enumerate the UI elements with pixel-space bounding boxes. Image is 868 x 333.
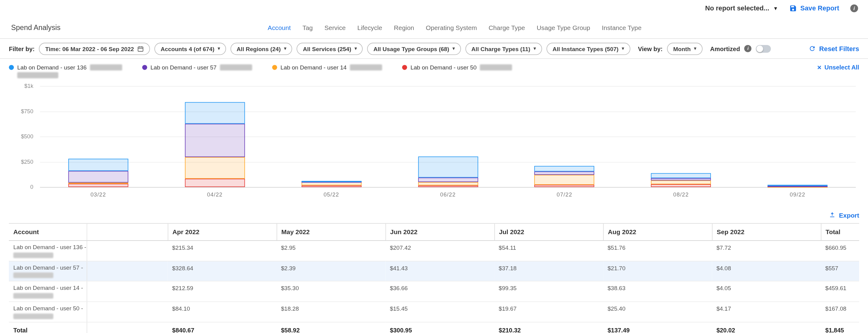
legend-label: Lab on Demand - user 136: [17, 64, 87, 71]
filter-pill-all-services-254[interactable]: All Services (254)▾: [297, 42, 363, 55]
filter-pill-all-usage-type-groups-68[interactable]: All Usage Type Groups (68)▾: [367, 42, 461, 55]
legend-item-lab-on-demand-user-136[interactable]: Lab on Demand - user 136: [9, 64, 122, 78]
filter-pill-all-regions-24[interactable]: All Regions (24)▾: [230, 42, 292, 55]
redacted-text: [480, 64, 512, 70]
tab-tag[interactable]: Tag: [302, 24, 313, 31]
legend-dot-icon: [9, 65, 14, 69]
bar-segment-lab-on-demand-user-136[interactable]: [651, 173, 711, 178]
reset-filters-label: Reset Filters: [819, 45, 860, 52]
bar-segment-lab-on-demand-user-50[interactable]: [651, 185, 711, 187]
filter-pill-accounts-4-of-674[interactable]: Accounts 4 (of 674)▾: [154, 42, 226, 55]
total-value-cell: $300.95: [385, 322, 494, 333]
amortized-toggle[interactable]: [756, 45, 771, 52]
bar-segment-lab-on-demand-user-14[interactable]: [68, 182, 128, 184]
page-title: Spend Analysis: [11, 23, 60, 32]
spacer-cell: [87, 261, 168, 281]
value-cell: $207.42: [385, 240, 494, 261]
close-icon: ✕: [817, 64, 822, 70]
value-cell: $4.05: [712, 281, 821, 301]
topbar: No report selected... ▼ Save Report i: [0, 0, 868, 16]
bar-segment-lab-on-demand-user-14[interactable]: [185, 157, 245, 178]
export-button[interactable]: Export: [829, 211, 859, 219]
table-row: Lab on Demand - user 57 -$328.64$2.39$41…: [9, 261, 859, 281]
legend-line: Lab on Demand - user 57: [142, 64, 252, 71]
chevron-down-icon: ▾: [533, 46, 536, 51]
bar-segment-lab-on-demand-user-136[interactable]: [301, 181, 362, 182]
column-header-jul-2022[interactable]: Jul 2022: [494, 224, 603, 240]
bar-segment-lab-on-demand-user-50[interactable]: [301, 185, 362, 187]
redacted-text: [90, 64, 122, 70]
bar-segment-lab-on-demand-user-57[interactable]: [68, 171, 128, 182]
redacted-text: [220, 64, 252, 70]
bar-segment-lab-on-demand-user-57[interactable]: [534, 171, 594, 175]
bar-segment-lab-on-demand-user-50[interactable]: [418, 186, 478, 187]
column-header-apr-2022[interactable]: Apr 2022: [168, 224, 277, 240]
bar-segment-lab-on-demand-user-136[interactable]: [768, 185, 828, 186]
bar-segment-lab-on-demand-user-50[interactable]: [185, 178, 245, 187]
value-cell: $4.08: [712, 261, 821, 281]
chart-gridline: [40, 136, 856, 137]
column-header-total[interactable]: Total: [821, 224, 859, 240]
value-cell: $21.70: [603, 261, 712, 281]
export-label: Export: [839, 212, 859, 219]
legend-row: Lab on Demand - user 136Lab on Demand - …: [0, 59, 868, 79]
bar-segment-lab-on-demand-user-50[interactable]: [68, 184, 128, 187]
column-header-jun-2022[interactable]: Jun 2022: [385, 224, 494, 240]
legend-item-lab-on-demand-user-50[interactable]: Lab on Demand - user 50: [402, 64, 512, 71]
bar-segment-lab-on-demand-user-136[interactable]: [185, 102, 245, 124]
view-by-dropdown[interactable]: Month ▾: [667, 42, 702, 55]
tab-operating-system[interactable]: Operating System: [426, 24, 477, 31]
legend-item-lab-on-demand-user-14[interactable]: Lab on Demand - user 14: [272, 64, 382, 71]
tab-region[interactable]: Region: [394, 24, 414, 31]
tab-account[interactable]: Account: [268, 24, 291, 31]
tab-instance-type[interactable]: Instance Type: [602, 24, 641, 31]
tab-charge-type[interactable]: Charge Type: [489, 24, 525, 31]
bar-segment-lab-on-demand-user-14[interactable]: [651, 180, 711, 185]
column-header-may-2022[interactable]: May 2022: [277, 224, 385, 240]
value-cell: $4.17: [712, 301, 821, 322]
tab-service[interactable]: Service: [324, 24, 346, 31]
chevron-down-icon: ▾: [284, 46, 286, 51]
account-name: Lab on Demand - user 50 -: [13, 304, 82, 312]
account-cell: Lab on Demand - user 136 -: [9, 240, 87, 261]
x-axis-label: 09/22: [739, 192, 856, 198]
table-row: Lab on Demand - user 136 -$215.34$2.95$2…: [9, 240, 859, 261]
save-report-button[interactable]: Save Report: [789, 5, 839, 12]
report-selector-dropdown[interactable]: No report selected... ▼: [705, 5, 778, 12]
info-icon[interactable]: i: [850, 5, 858, 12]
bar-segment-lab-on-demand-user-136[interactable]: [534, 166, 594, 171]
legend-line: Lab on Demand - user 136: [9, 64, 122, 71]
bar-segment-lab-on-demand-user-57[interactable]: [651, 178, 711, 180]
total-value-cell: $20.02: [712, 322, 821, 333]
tab-usage-type-group[interactable]: Usage Type Group: [537, 24, 590, 31]
chevron-down-icon: ▼: [773, 6, 778, 11]
column-header-account[interactable]: Account: [9, 224, 87, 240]
calendar-icon: [137, 45, 144, 52]
column-header-sep-2022[interactable]: Sep 2022: [712, 224, 821, 240]
reset-filters-button[interactable]: Reset Filters: [809, 45, 859, 52]
bar-segment-lab-on-demand-user-136[interactable]: [418, 157, 478, 177]
filter-pill-all-charge-types-11[interactable]: All Charge Types (11)▾: [465, 42, 542, 55]
bar-segment-lab-on-demand-user-57[interactable]: [418, 177, 478, 182]
value-cell: $7.72: [712, 240, 821, 261]
bar-segment-lab-on-demand-user-14[interactable]: [418, 182, 478, 186]
bar-segment-lab-on-demand-user-57[interactable]: [185, 124, 245, 157]
table-row: Lab on Demand - user 50 -$84.10$18.28$15…: [9, 301, 859, 322]
filter-pill-time-06-mar-2022-06-sep-2022[interactable]: Time: 06 Mar 2022 - 06 Sep 2022: [39, 42, 150, 55]
legend-item-lab-on-demand-user-57[interactable]: Lab on Demand - user 57: [142, 64, 252, 71]
info-icon[interactable]: i: [745, 45, 752, 52]
unselect-all-button[interactable]: ✕ Unselect All: [817, 64, 859, 71]
bar-segment-lab-on-demand-user-136[interactable]: [68, 159, 128, 171]
bar-segment-lab-on-demand-user-14[interactable]: [534, 175, 594, 185]
filter-pill-all-instance-types-507[interactable]: All Instance Types (507)▾: [547, 42, 630, 55]
tab-lifecycle[interactable]: Lifecycle: [358, 24, 382, 31]
legend-label: Lab on Demand - user 50: [410, 64, 476, 71]
value-cell: $15.45: [385, 301, 494, 322]
redacted-text: [13, 273, 54, 278]
value-cell: $99.35: [494, 281, 603, 301]
y-axis-label: $1k: [9, 82, 33, 89]
spend-bar-chart: 0$250$500$750$1k03/2204/2205/2206/2207/2…: [9, 80, 859, 203]
legend-dot-icon: [142, 65, 147, 69]
bar-segment-lab-on-demand-user-50[interactable]: [534, 185, 594, 187]
column-header-aug-2022[interactable]: Aug 2022: [603, 224, 712, 240]
